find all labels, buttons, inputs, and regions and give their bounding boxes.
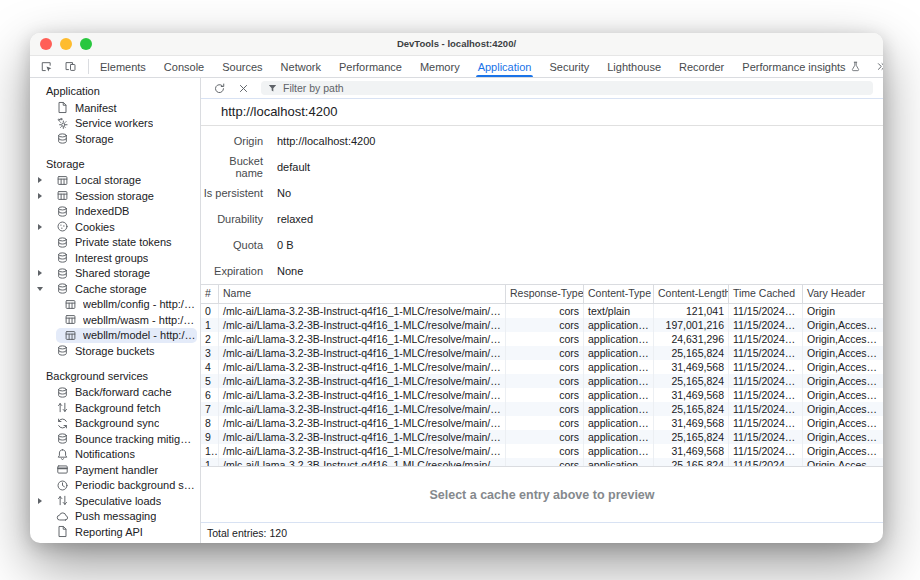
tab-security[interactable]: Security bbox=[540, 56, 598, 77]
tab-lighthouse[interactable]: Lighthouse bbox=[598, 56, 670, 77]
tab-sources[interactable]: Sources bbox=[213, 56, 271, 77]
tab-label: Performance insights bbox=[742, 57, 845, 77]
sidebar-item-service-workers[interactable]: Service workers bbox=[30, 116, 197, 132]
database-icon bbox=[56, 344, 69, 357]
clock-icon bbox=[56, 479, 69, 492]
device-toolbar-icon[interactable] bbox=[58, 57, 82, 77]
sidebar-item-push-messaging[interactable]: Push messaging bbox=[30, 509, 197, 525]
table-cell: /mlc-ai/Llama-3.2-3B-Instruct-q4f16_1-ML… bbox=[219, 402, 506, 416]
table-row[interactable]: 7/mlc-ai/Llama-3.2-3B-Instruct-q4f16_1-M… bbox=[201, 402, 883, 416]
table-row[interactable]: 1/mlc-ai/Llama-3.2-3B-Instruct-q4f16_1-M… bbox=[201, 318, 883, 332]
sidebar-item-private-state-tokens[interactable]: Private state tokens bbox=[30, 235, 197, 251]
tree-right-arrow-icon[interactable] bbox=[34, 219, 46, 235]
inspect-element-icon[interactable] bbox=[34, 57, 58, 77]
sidebar-item-payment-handler[interactable]: Payment handler bbox=[30, 462, 197, 478]
table-cell: 24,631,296 bbox=[654, 332, 729, 346]
table-cell: 31,469,568 bbox=[654, 360, 729, 374]
table-row[interactable]: 5/mlc-ai/Llama-3.2-3B-Instruct-q4f16_1-M… bbox=[201, 374, 883, 388]
sidebar-item-cache-storage[interactable]: Cache storage bbox=[30, 281, 197, 297]
table-cell: 11 bbox=[201, 458, 219, 466]
table-row[interactable]: 2/mlc-ai/Llama-3.2-3B-Instruct-q4f16_1-M… bbox=[201, 332, 883, 346]
column-header-time-cached[interactable]: Time Cached bbox=[729, 285, 803, 303]
column-header-content-type[interactable]: Content-Type bbox=[584, 285, 654, 303]
tree-down-arrow-icon[interactable] bbox=[34, 281, 46, 297]
close-window-button[interactable] bbox=[40, 38, 52, 50]
tree-right-arrow-icon[interactable] bbox=[34, 173, 46, 189]
clear-icon[interactable] bbox=[231, 78, 255, 98]
table-cell: 10 bbox=[201, 444, 219, 458]
sidebar-item-background-sync[interactable]: Background sync bbox=[30, 416, 197, 432]
column-header-name[interactable]: Name bbox=[219, 285, 506, 303]
table-cell: application/oc… bbox=[584, 388, 654, 402]
table-row[interactable]: 4/mlc-ai/Llama-3.2-3B-Instruct-q4f16_1-M… bbox=[201, 360, 883, 374]
sidebar-item-label: Bounce tracking mitigations bbox=[75, 433, 197, 445]
cookie-icon bbox=[56, 220, 69, 233]
file-icon bbox=[56, 101, 69, 114]
sidebar-item-back-forward-cache[interactable]: Back/forward cache bbox=[30, 385, 197, 401]
filter-input[interactable]: Filter by path bbox=[261, 81, 873, 95]
table-row[interactable]: 11/mlc-ai/Llama-3.2-3B-Instruct-q4f16_1-… bbox=[201, 458, 883, 466]
tab-performance-insights[interactable]: Performance insights bbox=[733, 56, 869, 77]
sidebar-item-manifest[interactable]: Manifest bbox=[30, 100, 197, 116]
sidebar-item-storage-buckets[interactable]: Storage buckets bbox=[30, 343, 197, 359]
status-bar: Total entries: 120 bbox=[201, 522, 883, 543]
table-row[interactable]: 8/mlc-ai/Llama-3.2-3B-Instruct-q4f16_1-M… bbox=[201, 416, 883, 430]
sidebar-item-local-storage[interactable]: Local storage bbox=[30, 173, 197, 189]
column-header-[interactable]: # bbox=[201, 285, 219, 303]
preview-panel: Select a cache entry above to preview bbox=[201, 467, 883, 522]
preview-message: Select a cache entry above to preview bbox=[429, 488, 654, 502]
minimize-window-button[interactable] bbox=[60, 38, 72, 50]
sidebar-item-interest-groups[interactable]: Interest groups bbox=[30, 250, 197, 266]
column-header-content-length[interactable]: Content-Length bbox=[654, 285, 729, 303]
sidebar-item-bounce-tracking-mitigations[interactable]: Bounce tracking mitigations bbox=[30, 431, 197, 447]
column-header-vary-header[interactable]: Vary Header bbox=[803, 285, 883, 303]
sidebar-item-webllm-config-http-loc[interactable]: webllm/config - http://loc… bbox=[30, 297, 197, 313]
sidebar-item-webllm-model-http-loc[interactable]: webllm/model - http://loc… bbox=[56, 328, 197, 344]
tree-right-arrow-icon[interactable] bbox=[34, 188, 46, 204]
sidebar-item-webllm-wasm-http-loca[interactable]: webllm/wasm - http://loca… bbox=[30, 312, 197, 328]
tab-elements[interactable]: Elements bbox=[91, 56, 155, 77]
tab-performance[interactable]: Performance bbox=[330, 56, 411, 77]
table-row[interactable]: 6/mlc-ai/Llama-3.2-3B-Instruct-q4f16_1-M… bbox=[201, 388, 883, 402]
tab-console[interactable]: Console bbox=[155, 56, 213, 77]
table-cell: Origin,Access… bbox=[803, 458, 883, 466]
sidebar-item-label: Session storage bbox=[75, 190, 154, 202]
sidebar-item-speculative-loads[interactable]: Speculative loads bbox=[30, 493, 197, 509]
table-row[interactable]: 3/mlc-ai/Llama-3.2-3B-Instruct-q4f16_1-M… bbox=[201, 346, 883, 360]
sidebar-item-background-fetch[interactable]: Background fetch bbox=[30, 400, 197, 416]
field-label: Bucket name bbox=[201, 155, 263, 179]
sidebar-item-storage[interactable]: Storage bbox=[30, 131, 197, 147]
table-header-row: #NameResponse-TypeContent-TypeContent-Le… bbox=[201, 285, 883, 304]
tree-right-arrow-icon[interactable] bbox=[34, 493, 46, 509]
sidebar-item-shared-storage[interactable]: Shared storage bbox=[30, 266, 197, 282]
column-header-response-type[interactable]: Response-Type bbox=[506, 285, 584, 303]
refresh-icon[interactable] bbox=[207, 78, 231, 98]
tab-recorder[interactable]: Recorder bbox=[670, 56, 733, 77]
traffic-lights bbox=[40, 38, 92, 50]
table-row[interactable]: 10/mlc-ai/Llama-3.2-3B-Instruct-q4f16_1-… bbox=[201, 444, 883, 458]
table-cell: /mlc-ai/Llama-3.2-3B-Instruct-q4f16_1-ML… bbox=[219, 332, 506, 346]
tab-memory[interactable]: Memory bbox=[411, 56, 469, 77]
tab-network[interactable]: Network bbox=[272, 56, 330, 77]
table-cell: text/plain bbox=[584, 304, 654, 318]
field-value: None bbox=[277, 265, 303, 277]
table-cell: 11/15/2024, 10… bbox=[729, 388, 803, 402]
table-row[interactable]: 0/mlc-ai/Llama-3.2-3B-Instruct-q4f16_1-M… bbox=[201, 304, 883, 318]
more-tabs-icon[interactable] bbox=[870, 57, 883, 77]
sidebar-item-session-storage[interactable]: Session storage bbox=[30, 188, 197, 204]
tab-label: Elements bbox=[100, 57, 146, 77]
tab-application[interactable]: Application bbox=[469, 56, 541, 77]
sidebar-item-indexeddb[interactable]: IndexedDB bbox=[30, 204, 197, 220]
sidebar-item-notifications[interactable]: Notifications bbox=[30, 447, 197, 463]
sidebar-item-cookies[interactable]: Cookies bbox=[30, 219, 197, 235]
tree-right-arrow-icon[interactable] bbox=[34, 266, 46, 282]
filter-toolbar: Filter by path bbox=[201, 78, 883, 99]
table-cell: Origin,Access… bbox=[803, 430, 883, 444]
table-cell: Origin,Access… bbox=[803, 444, 883, 458]
sidebar-item-periodic-background-sync[interactable]: Periodic background sync bbox=[30, 478, 197, 494]
table-row[interactable]: 9/mlc-ai/Llama-3.2-3B-Instruct-q4f16_1-M… bbox=[201, 430, 883, 444]
maximize-window-button[interactable] bbox=[80, 38, 92, 50]
field-value: http://localhost:4200 bbox=[277, 135, 375, 147]
table-cell: 11/15/2024, 10… bbox=[729, 444, 803, 458]
sidebar-item-reporting-api[interactable]: Reporting API bbox=[30, 524, 197, 540]
